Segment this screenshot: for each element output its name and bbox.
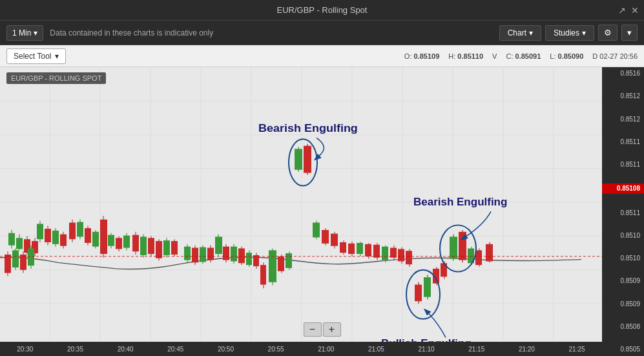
svg-rect-82 <box>223 247 229 260</box>
external-icon[interactable]: ↗ <box>618 5 626 16</box>
svg-text:Bearish Engulfing: Bearish Engulfing <box>413 196 507 208</box>
svg-rect-70 <box>171 241 178 255</box>
sub-toolbar: Select Tool ▾ O: 0.85109 H: 0.85110 V C:… <box>0 45 644 67</box>
svg-rect-136 <box>450 236 457 258</box>
svg-rect-108 <box>331 234 338 246</box>
select-tool-button[interactable]: Select Tool ▾ <box>6 48 66 64</box>
svg-rect-42 <box>60 235 67 246</box>
title-bar-controls: ↗ ✕ <box>618 5 639 16</box>
svg-rect-22 <box>16 238 23 249</box>
svg-rect-94 <box>269 250 276 282</box>
price-label: 0.8516 <box>602 70 644 78</box>
price-label: 0.8505 <box>602 346 644 353</box>
svg-rect-76 <box>200 247 206 262</box>
price-label: 0.8512 <box>602 92 644 100</box>
chart-symbol-label: EUR/GBP - ROLLING SPOT <box>6 72 106 84</box>
svg-rect-74 <box>192 248 198 263</box>
time-label: 21:10 <box>419 346 435 353</box>
svg-rect-68 <box>163 240 170 255</box>
time-label: 21:25 <box>569 346 585 353</box>
close-icon[interactable]: ✕ <box>631 5 639 16</box>
time-label: 20:50 <box>218 346 234 353</box>
svg-rect-0 <box>0 67 602 342</box>
svg-rect-112 <box>348 244 355 254</box>
svg-text:Bullish Engulfing: Bullish Engulfing <box>381 337 472 342</box>
svg-rect-34 <box>28 248 34 266</box>
candlestick-chart[interactable]: Bearish Engulfing Bearish Engulfing Bull… <box>0 67 602 342</box>
svg-rect-48 <box>85 228 91 243</box>
svg-rect-118 <box>373 245 380 258</box>
price-axis: 0.8516 0.8512 0.8512 0.8511 0.8511 0.851… <box>602 67 644 356</box>
low-value: L: 0.85090 <box>550 52 583 60</box>
svg-rect-54 <box>108 235 114 246</box>
price-label: 0.8512 <box>602 116 644 123</box>
price-label: 0.8510 <box>602 255 644 262</box>
time-label: 21:15 <box>468 346 484 353</box>
svg-rect-124 <box>398 249 404 261</box>
price-label: 0.8511 <box>602 161 644 169</box>
svg-rect-44 <box>69 223 76 240</box>
svg-rect-46 <box>77 222 83 237</box>
svg-rect-100 <box>295 149 302 169</box>
svg-rect-78 <box>207 248 214 260</box>
zoom-out-button[interactable]: − <box>304 322 322 337</box>
svg-rect-126 <box>406 251 412 264</box>
open-value: O: 0.85109 <box>404 52 439 60</box>
zoom-controls: − + <box>304 322 341 337</box>
svg-rect-92 <box>260 265 266 284</box>
svg-rect-40 <box>52 231 59 244</box>
svg-text:Bearish Engulfing: Bearish Engulfing <box>258 121 358 134</box>
more-arrow-icon: ▾ <box>627 28 632 37</box>
date-value: D 02-27 20:56 <box>592 52 638 60</box>
zoom-in-button[interactable]: + <box>323 322 341 337</box>
svg-rect-128 <box>415 285 422 302</box>
svg-rect-62 <box>140 236 147 255</box>
more-button[interactable]: ▾ <box>621 25 638 41</box>
time-label: 20:30 <box>17 346 33 353</box>
svg-rect-104 <box>313 223 320 238</box>
time-label: 21:00 <box>318 346 334 353</box>
svg-rect-66 <box>156 241 162 258</box>
window-title: EUR/GBP - Rolling Spot <box>277 5 368 15</box>
volume-value: V <box>492 52 497 60</box>
price-label: 0.8508 <box>602 323 644 331</box>
main-toolbar: 1 Min ▾ Data contained in these charts i… <box>0 21 644 45</box>
price-label: 0.8509 <box>602 300 644 308</box>
time-label: 20:40 <box>118 346 134 353</box>
chart-container: EUR/GBP - ROLLING SPOT <box>0 67 644 356</box>
svg-rect-110 <box>340 242 346 253</box>
time-label: 20:45 <box>167 346 183 353</box>
toolbar-right: Chart ▾ Studies ▾ ⚙ ▾ <box>499 25 638 41</box>
gear-button[interactable]: ⚙ <box>598 25 618 41</box>
gear-icon: ⚙ <box>604 28 612 37</box>
chart-button[interactable]: Chart ▾ <box>499 25 541 41</box>
svg-rect-58 <box>123 236 130 248</box>
price-label: 0.8509 <box>602 277 644 285</box>
current-price-label: 0.85108 <box>602 183 644 194</box>
svg-rect-36 <box>37 224 43 239</box>
svg-rect-52 <box>100 220 107 254</box>
close-value: C: 0.85091 <box>506 52 541 60</box>
svg-rect-32 <box>20 255 26 270</box>
svg-rect-98 <box>286 253 292 268</box>
svg-rect-60 <box>132 235 139 252</box>
svg-rect-102 <box>304 146 311 173</box>
svg-rect-90 <box>253 255 259 266</box>
ohlcv-display: O: 0.85109 H: 0.85110 V C: 0.85091 L: 0.… <box>404 52 638 60</box>
info-text: Data contained in these charts is indica… <box>50 28 492 37</box>
time-label: 21:05 <box>368 346 384 353</box>
time-label: 20:35 <box>67 346 83 353</box>
time-label: 21:20 <box>519 346 535 353</box>
svg-rect-80 <box>215 236 222 254</box>
svg-rect-28 <box>5 255 11 273</box>
timeframe-button[interactable]: 1 Min ▾ <box>6 25 43 41</box>
high-value: H: 0.85110 <box>448 52 483 60</box>
price-label: 0.8510 <box>602 232 644 240</box>
price-label: 0.8511 <box>602 138 644 146</box>
svg-rect-72 <box>184 247 191 260</box>
svg-rect-144 <box>486 244 493 262</box>
studies-button[interactable]: Studies ▾ <box>545 25 594 41</box>
svg-rect-114 <box>357 243 363 254</box>
svg-rect-88 <box>246 253 252 265</box>
svg-rect-84 <box>231 247 237 262</box>
